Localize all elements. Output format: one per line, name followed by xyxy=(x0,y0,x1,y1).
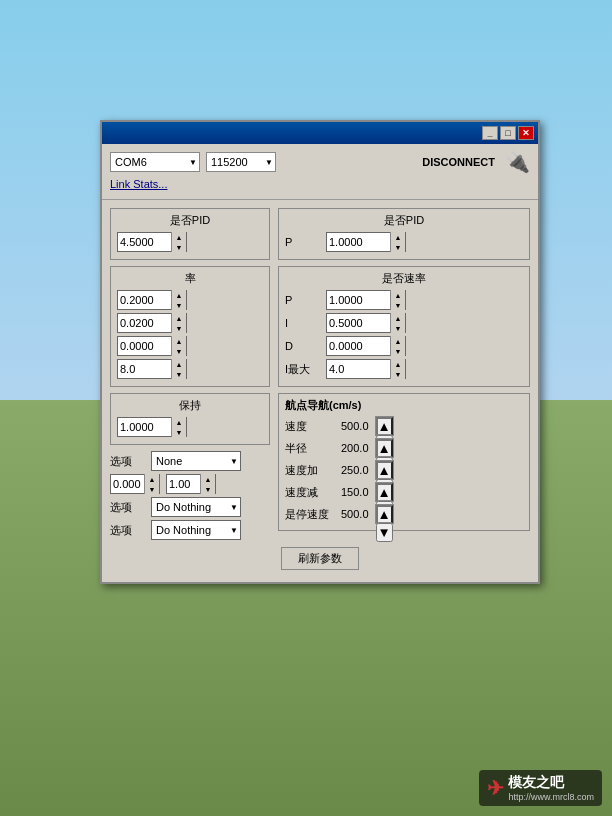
action2-dropdown[interactable]: Do Nothing xyxy=(151,520,241,540)
spin-down-rate-i[interactable]: ▼ xyxy=(391,323,405,333)
spin-up-imax[interactable]: ▲ xyxy=(391,359,405,369)
com-row: COM6 115200 DISCONNECT 🔌 xyxy=(102,144,538,176)
close-button[interactable]: ✕ xyxy=(518,126,534,140)
left-val4-input[interactable]: ▲▼ xyxy=(117,359,187,379)
wp-radius-value: 200.0 xyxy=(339,442,371,454)
link-stats-link[interactable]: Link Stats... xyxy=(110,178,167,190)
spin-up-range2[interactable]: ▲ xyxy=(201,474,215,484)
rate-section-label: 是否速率 xyxy=(285,271,523,286)
spin-down-hold[interactable]: ▼ xyxy=(172,427,186,437)
spin-up-2[interactable]: ▲ xyxy=(172,313,186,323)
rate-d-input[interactable]: ▲▼ xyxy=(326,336,406,356)
rate-i-label: I xyxy=(285,317,320,329)
action2-row: 选项 Do Nothing xyxy=(110,520,270,540)
rate-p-input[interactable]: ▲▼ xyxy=(326,290,406,310)
spin-up-3[interactable]: ▲ xyxy=(172,336,186,346)
background: _ □ ✕ COM6 115200 DISCONNECT 🔌 Link Stat… xyxy=(0,0,612,816)
rate-label: 率 xyxy=(117,271,263,286)
spin-down-altitude[interactable]: ▼ xyxy=(172,242,186,252)
rate-d-label: D xyxy=(285,340,320,352)
action1-row: 选项 Do Nothing xyxy=(110,497,270,517)
baud-rate-select[interactable]: 115200 xyxy=(206,152,276,172)
spin-up-accel[interactable]: ▲ xyxy=(376,461,393,479)
option-label: 选项 xyxy=(110,454,145,469)
spin-up-range1[interactable]: ▲ xyxy=(145,474,159,484)
left-val2-row: ▲▼ xyxy=(117,313,263,333)
wp-speed-value: 500.0 xyxy=(339,420,371,432)
left-val3-input[interactable]: ▲▼ xyxy=(117,336,187,356)
spin-down-3[interactable]: ▼ xyxy=(172,346,186,356)
alt-pid-p-label: P xyxy=(285,236,320,248)
rate-d-row: D ▲▼ xyxy=(285,336,523,356)
wp-radius-label: 半径 xyxy=(285,441,335,456)
range2-input[interactable]: ▲▼ xyxy=(166,474,216,494)
left-rate-section: 率 ▲▼ ▲▼ xyxy=(110,266,270,387)
com-port-select[interactable]: COM6 xyxy=(110,152,200,172)
wp-stop-speed-value: 500.0 xyxy=(339,508,371,520)
spin-up-decel[interactable]: ▲ xyxy=(376,483,393,501)
spin-up-stop-speed[interactable]: ▲ xyxy=(376,505,393,523)
rate-imax-input[interactable]: ▲▼ xyxy=(326,359,406,379)
main-content: 是否PID ▲ ▼ 率 xyxy=(102,200,538,582)
spin-up-4[interactable]: ▲ xyxy=(172,359,186,369)
spin-down-1[interactable]: ▼ xyxy=(172,300,186,310)
spin-down-rate-d[interactable]: ▼ xyxy=(391,346,405,356)
spin-up-rate-i[interactable]: ▲ xyxy=(391,313,405,323)
rate-i-input[interactable]: ▲▼ xyxy=(326,313,406,333)
action1-dropdown[interactable]: Do Nothing xyxy=(151,497,241,517)
wp-decel-value: 150.0 xyxy=(339,486,371,498)
watermark: ✈ 模友之吧 http://www.mrcl8.com xyxy=(479,770,602,806)
option-dropdown[interactable]: None xyxy=(151,451,241,471)
spin-up-alt-p[interactable]: ▲ xyxy=(391,232,405,242)
refresh-button[interactable]: 刷新参数 xyxy=(281,547,359,570)
wp-speed-row: 速度 500.0 ▲ ▼ xyxy=(285,416,523,436)
spin-down-imax[interactable]: ▼ xyxy=(391,369,405,379)
wp-decel-label: 速度减 xyxy=(285,485,335,500)
spin-up-rate-d[interactable]: ▲ xyxy=(391,336,405,346)
left-val2-input[interactable]: ▲▼ xyxy=(117,313,187,333)
hold-input[interactable]: ▲▼ xyxy=(117,417,187,437)
left-val1-input[interactable]: ▲▼ xyxy=(117,290,187,310)
title-bar: _ □ ✕ xyxy=(102,122,538,144)
minimize-button[interactable]: _ xyxy=(482,126,498,140)
spin-up-radius[interactable]: ▲ xyxy=(376,439,393,457)
wp-speed-label: 速度 xyxy=(285,419,335,434)
altitude-pid-right-section: 是否PID P ▲▼ xyxy=(278,208,530,260)
watermark-url: http://www.mrcl8.com xyxy=(508,792,594,802)
action2-label: 选项 xyxy=(110,523,145,538)
maximize-button[interactable]: □ xyxy=(500,126,516,140)
hold-section: 保持 ▲▼ xyxy=(110,393,270,445)
top-bar-wrapper: COM6 115200 DISCONNECT 🔌 Link Stats... xyxy=(102,144,538,200)
altitude-pid-section: 是否PID ▲ ▼ xyxy=(110,208,270,260)
altitude-main-input[interactable]: ▲ ▼ xyxy=(117,232,187,252)
rate-section-right: 是否速率 P ▲▼ I ▲▼ xyxy=(278,266,530,387)
spin-up-wp-speed[interactable]: ▲ xyxy=(376,417,393,435)
spin-down-range2[interactable]: ▼ xyxy=(201,484,215,494)
wp-accel-value: 250.0 xyxy=(339,464,371,476)
option-row: 选项 None xyxy=(110,451,270,471)
spin-down-stop-speed[interactable]: ▼ xyxy=(376,523,393,542)
two-col-layout: 是否PID ▲ ▼ 率 xyxy=(110,208,530,543)
altitude-pid-row: ▲ ▼ xyxy=(117,232,263,252)
waypoint-nav-section: 航点导航(cm/s) 速度 500.0 ▲ ▼ 半径 200.0 xyxy=(278,393,530,531)
spin-up-hold[interactable]: ▲ xyxy=(172,417,186,427)
spin-down-range1[interactable]: ▼ xyxy=(145,484,159,494)
spin-down-4[interactable]: ▼ xyxy=(172,369,186,379)
rate-imax-row: I最大 ▲▼ xyxy=(285,359,523,379)
spin-up-altitude[interactable]: ▲ xyxy=(172,232,186,242)
range1-input[interactable]: ▲▼ xyxy=(110,474,160,494)
spin-up-rate-p[interactable]: ▲ xyxy=(391,290,405,300)
wp-accel-row: 速度加 250.0 ▲ ▼ xyxy=(285,460,523,480)
altitude-pid-right-label: 是否PID xyxy=(285,213,523,228)
waypoint-nav-title: 航点导航(cm/s) xyxy=(285,398,523,413)
spin-down-rate-p[interactable]: ▼ xyxy=(391,300,405,310)
watermark-logo-icon: ✈ xyxy=(487,776,504,800)
spin-down-alt-p[interactable]: ▼ xyxy=(391,242,405,252)
wp-decel-row: 速度减 150.0 ▲ ▼ xyxy=(285,482,523,502)
disconnect-button[interactable]: DISCONNECT xyxy=(418,154,499,170)
hold-row: ▲▼ xyxy=(117,417,263,437)
rate-imax-label: I最大 xyxy=(285,362,320,377)
spin-up-1[interactable]: ▲ xyxy=(172,290,186,300)
alt-pid-p-input[interactable]: ▲▼ xyxy=(326,232,406,252)
spin-down-2[interactable]: ▼ xyxy=(172,323,186,333)
